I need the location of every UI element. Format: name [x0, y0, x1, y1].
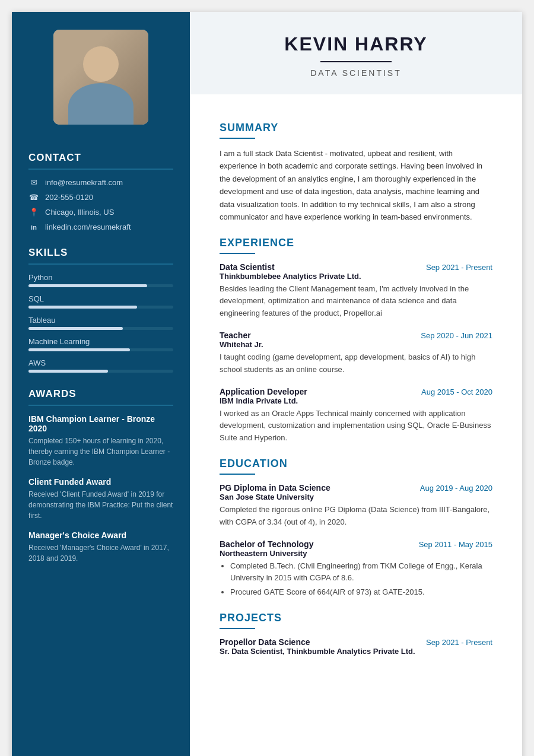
- skill-python: Python: [28, 273, 173, 287]
- summary-text: I am a full stack Data Scientist - motiv…: [220, 147, 492, 224]
- contact-phone: ☎ 202-555-0120: [28, 193, 173, 202]
- sidebar: CONTACT ✉ info@resumekraft.com ☎ 202-555…: [12, 12, 190, 756]
- skill-ml: Machine Learning: [28, 337, 173, 351]
- awards-section-title: AWARDS: [28, 388, 173, 400]
- contact-email: ✉ info@resumekraft.com: [28, 178, 173, 187]
- award-client: Client Funded Award Received 'Client Fun…: [28, 477, 173, 521]
- award-ibm: IBM Champion Learner - Bronze 2020 Compl…: [28, 414, 173, 468]
- projects-line: [220, 628, 255, 629]
- edu-btech: Bachelor of Technology Sep 2011 - May 20…: [220, 539, 492, 599]
- summary-line: [220, 138, 255, 139]
- header: KEVIN HARRY DATA SCIENTIST: [190, 12, 522, 94]
- contact-divider: [28, 169, 173, 170]
- education-line: [220, 474, 255, 475]
- skills-divider: [28, 263, 173, 265]
- sidebar-content: CONTACT ✉ info@resumekraft.com ☎ 202-555…: [12, 136, 190, 573]
- edu-btech-desc: Completed B.Tech. (Civil Engineering) fr…: [220, 560, 492, 599]
- skills-section-title: SKILLS: [28, 247, 173, 259]
- candidate-title: DATA SCIENTIST: [220, 68, 492, 78]
- award-manager: Manager's Choice Award Received 'Manager…: [28, 531, 173, 564]
- header-divider: [320, 61, 392, 62]
- awards-divider: [28, 405, 173, 406]
- email-icon: ✉: [28, 178, 39, 187]
- project-propellor: Propellor Data Science Sep 2021 - Presen…: [220, 637, 492, 656]
- skill-tableau: Tableau: [28, 316, 173, 330]
- phone-icon: ☎: [28, 193, 39, 202]
- skill-aws: AWS: [28, 358, 173, 373]
- linkedin-icon: in: [28, 224, 39, 231]
- candidate-name: KEVIN HARRY: [220, 33, 492, 55]
- edu-pg-desc: Completed the rigorous online PG Diploma…: [220, 504, 492, 529]
- exp-teacher: Teacher Sep 2020 - Jun 2021 Whitehat Jr.…: [220, 331, 492, 376]
- education-title: EDUCATION: [220, 458, 492, 470]
- experience-line: [220, 253, 255, 254]
- location-icon: 📍: [28, 208, 39, 217]
- exp-app-developer: Application Developer Aug 2015 - Oct 202…: [220, 387, 492, 444]
- edu-pg-diploma: PG Diploma in Data Science Aug 2019 - Au…: [220, 483, 492, 529]
- main-content-area: KEVIN HARRY DATA SCIENTIST SUMMARY I am …: [190, 12, 522, 756]
- skill-sql: SQL: [28, 294, 173, 309]
- avatar: [53, 30, 148, 125]
- exp-data-scientist: Data Scientist Sep 2021 - Present Thinkb…: [220, 262, 492, 320]
- contact-section-title: CONTACT: [28, 152, 173, 164]
- resume-container: CONTACT ✉ info@resumekraft.com ☎ 202-555…: [12, 12, 522, 756]
- main-body: SUMMARY I am a full stack Data Scientist…: [190, 94, 522, 678]
- contact-location: 📍 Chicago, Illinois, US: [28, 208, 173, 217]
- contact-linkedin: in linkedin.com/resumekraft: [28, 223, 173, 231]
- summary-title: SUMMARY: [220, 122, 492, 134]
- projects-title: PROJECTS: [220, 612, 492, 624]
- experience-title: EXPERIENCE: [220, 237, 492, 249]
